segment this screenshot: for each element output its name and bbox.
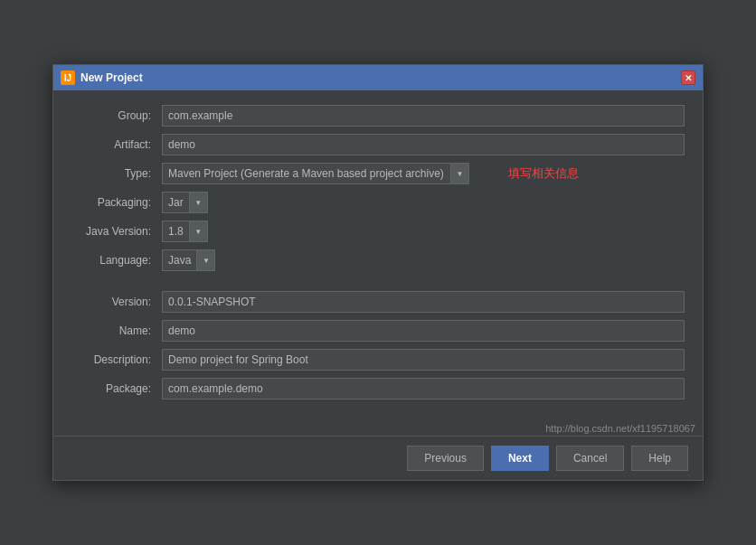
annotation-text: 填写相关信息 <box>508 166 579 180</box>
name-control <box>162 320 685 342</box>
type-control: Maven Project (Generate a Maven based pr… <box>162 163 685 184</box>
java-version-select-value: 1.8 <box>163 222 189 240</box>
package-row: Package: <box>71 378 685 399</box>
description-control <box>162 349 685 371</box>
artifact-label: Artifact: <box>71 138 162 151</box>
version-label: Version: <box>71 296 162 308</box>
title-bar: IJ New Project ✕ <box>53 65 703 90</box>
help-button[interactable]: Help <box>631 446 688 471</box>
description-row: Description: <box>71 349 685 371</box>
java-version-select[interactable]: 1.8 ▼ <box>162 221 208 242</box>
artifact-control <box>162 134 685 155</box>
java-version-row: Java Version: 1.8 ▼ <box>71 221 685 242</box>
version-input[interactable] <box>162 291 685 313</box>
artifact-input[interactable] <box>162 134 685 155</box>
language-label: Language: <box>71 254 162 267</box>
language-control: Java ▼ <box>162 249 685 271</box>
title-bar-left: IJ New Project <box>61 70 143 85</box>
packaging-select-value: Jar <box>163 193 189 211</box>
cancel-button[interactable]: Cancel <box>556 446 624 471</box>
watermark: http://blog.csdn.net/xf1195718067 <box>53 421 703 436</box>
type-label: Type: <box>71 167 162 180</box>
close-button[interactable]: ✕ <box>681 70 695 85</box>
language-select-arrow[interactable]: ▼ <box>196 250 214 270</box>
language-select[interactable]: Java ▼ <box>162 249 215 271</box>
new-project-dialog: IJ New Project ✕ Group: Artifact: Type: <box>52 64 704 481</box>
language-row: Language: Java ▼ <box>71 249 685 271</box>
next-button[interactable]: Next <box>491 446 549 471</box>
java-version-select-arrow[interactable]: ▼ <box>189 221 207 241</box>
package-label: Package: <box>71 382 162 395</box>
packaging-select[interactable]: Jar ▼ <box>162 192 208 213</box>
previous-button[interactable]: Previous <box>407 446 484 471</box>
language-select-value: Java <box>163 251 196 269</box>
group-label: Group: <box>71 109 162 122</box>
package-control <box>162 378 685 399</box>
java-version-control: 1.8 ▼ <box>162 221 685 242</box>
version-control <box>162 291 685 313</box>
type-select[interactable]: Maven Project (Generate a Maven based pr… <box>162 163 469 184</box>
form-content: Group: Artifact: Type: Maven Project (Ge… <box>53 90 703 421</box>
type-row: Type: Maven Project (Generate a Maven ba… <box>71 163 685 184</box>
packaging-label: Packaging: <box>71 196 162 209</box>
java-version-label: Java Version: <box>71 225 162 238</box>
package-input[interactable] <box>162 378 685 399</box>
name-row: Name: <box>71 320 685 342</box>
packaging-row: Packaging: Jar ▼ <box>71 192 685 213</box>
group-input[interactable] <box>162 105 685 127</box>
version-row: Version: <box>71 291 685 313</box>
dialog-title: New Project <box>80 71 143 84</box>
type-select-value: Maven Project (Generate a Maven based pr… <box>163 164 450 183</box>
app-icon: IJ <box>61 70 75 85</box>
description-label: Description: <box>71 353 162 366</box>
group-control <box>162 105 685 127</box>
packaging-control: Jar ▼ <box>162 192 685 213</box>
description-input[interactable] <box>162 349 685 371</box>
group-row: Group: <box>71 105 685 127</box>
packaging-select-arrow[interactable]: ▼ <box>189 193 207 212</box>
type-select-arrow[interactable]: ▼ <box>450 164 468 183</box>
name-label: Name: <box>71 324 162 337</box>
footer: Previous Next Cancel Help <box>53 436 703 480</box>
artifact-row: Artifact: <box>71 134 685 155</box>
name-input[interactable] <box>162 320 685 342</box>
